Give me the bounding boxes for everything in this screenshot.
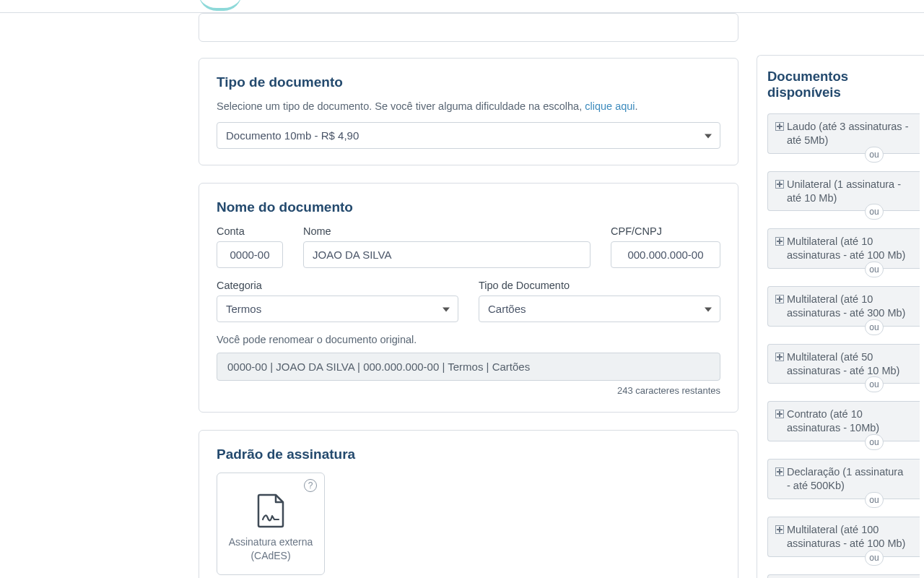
conta-label: Conta bbox=[217, 225, 283, 237]
doc-item-label: Multilateral (até 10 assinaturas - até 1… bbox=[787, 235, 912, 262]
doc-item[interactable]: Declaração (1 assinatura - até 500Kb)ou bbox=[767, 459, 920, 499]
doc-item-label: Multilateral (até 100 assinaturas - até … bbox=[787, 523, 912, 551]
tipo-documento-title: Tipo de documento bbox=[217, 74, 720, 90]
doc-item-label: Contrato (até 10 assinaturas - 10Mb) bbox=[787, 407, 912, 435]
ou-badge: ou bbox=[865, 492, 884, 508]
doc-item[interactable]: Laudo (até 3 assinaturas - até 5Mb)ou bbox=[767, 113, 920, 154]
padrao-assinatura-card: Padrão de assinatura ? Assinatura extern… bbox=[199, 430, 738, 578]
plus-icon bbox=[775, 237, 784, 246]
documentos-disponiveis-title: Documentos disponíveis bbox=[767, 69, 920, 100]
ou-badge: ou bbox=[865, 434, 884, 450]
padrao-assinatura-title: Padrão de assinatura bbox=[217, 447, 720, 462]
combined-name-input[interactable]: 0000-00 | JOAO DA SILVA | 000.000.000-00… bbox=[217, 353, 720, 381]
plus-icon bbox=[775, 180, 784, 189]
nome-label: Nome bbox=[303, 225, 590, 237]
tipo-documento-card: Tipo de documento Selecione um tipo de d… bbox=[199, 58, 738, 165]
conta-input[interactable] bbox=[217, 241, 283, 268]
doc-item-label: Laudo (até 3 assinaturas - até 5Mb) bbox=[787, 120, 912, 147]
ou-badge: ou bbox=[865, 550, 884, 566]
cpf-input[interactable] bbox=[611, 241, 720, 268]
plus-icon bbox=[775, 353, 784, 361]
doc-item[interactable]: Multilateral (até 50 assinaturas - até 1… bbox=[767, 344, 920, 384]
doc-item[interactable]: Multilateral (até 250 assinaturas - até … bbox=[767, 574, 920, 579]
doc-list: Laudo (até 3 assinaturas - até 5Mb)ouUni… bbox=[767, 113, 920, 578]
nome-documento-card: Nome do documento Conta Nome CPF/CNPJ Ca… bbox=[199, 183, 738, 413]
doc-item[interactable]: Unilateral (1 assinatura - até 10 Mb)ou bbox=[767, 171, 920, 212]
nome-input[interactable] bbox=[303, 241, 590, 268]
doc-item[interactable]: Contrato (até 10 assinaturas - 10Mb)ou bbox=[767, 401, 920, 441]
categoria-select[interactable]: Termos bbox=[217, 296, 458, 322]
doc-item[interactable]: Multilateral (até 10 assinaturas - até 3… bbox=[767, 286, 920, 327]
tipo-doc-select[interactable]: Cartões bbox=[479, 296, 720, 322]
rename-hint: Você pode renomear o documento original. bbox=[217, 334, 720, 345]
doc-item-label: Unilateral (1 assinatura - até 10 Mb) bbox=[787, 178, 912, 205]
doc-item[interactable]: Multilateral (até 10 assinaturas - até 1… bbox=[767, 228, 920, 269]
ou-badge: ou bbox=[865, 204, 884, 220]
ou-badge: ou bbox=[865, 262, 884, 277]
helper-link[interactable]: clique aqui bbox=[585, 100, 635, 112]
plus-icon bbox=[775, 525, 784, 534]
doc-item-label: Multilateral (até 50 assinaturas - até 1… bbox=[787, 350, 912, 378]
documentos-disponiveis-card: Documentos disponíveis Laudo (até 3 assi… bbox=[757, 55, 924, 578]
header-divider bbox=[0, 0, 924, 13]
doc-item[interactable]: Multilateral (até 100 assinaturas - até … bbox=[767, 517, 920, 557]
helper-prefix: Selecione um tipo de documento. Se você … bbox=[217, 100, 585, 112]
char-count: 243 caracteres restantes bbox=[217, 385, 720, 396]
plus-icon bbox=[775, 122, 784, 131]
document-signature-icon bbox=[256, 493, 286, 528]
categoria-label: Categoria bbox=[217, 280, 458, 291]
plus-icon bbox=[775, 295, 784, 303]
assinatura-externa-option[interactable]: ? Assinatura externa (CAdES) bbox=[217, 473, 325, 575]
helper-suffix: . bbox=[635, 100, 638, 112]
nome-documento-title: Nome do documento bbox=[217, 199, 720, 215]
cpf-label: CPF/CNPJ bbox=[611, 225, 720, 237]
plus-icon bbox=[775, 467, 784, 476]
plus-icon bbox=[775, 410, 784, 418]
help-icon[interactable]: ? bbox=[304, 479, 317, 492]
ou-badge: ou bbox=[865, 376, 884, 392]
collapsed-card bbox=[199, 13, 738, 42]
doc-item-label: Declaração (1 assinatura - até 500Kb) bbox=[787, 465, 912, 493]
assinatura-externa-label: Assinatura externa (CAdES) bbox=[223, 535, 318, 563]
ou-badge: ou bbox=[865, 147, 884, 163]
ou-badge: ou bbox=[865, 319, 884, 335]
tipo-documento-select[interactable]: Documento 10mb - R$ 4,90 bbox=[217, 122, 720, 149]
tipo-documento-helper: Selecione um tipo de documento. Se você … bbox=[217, 100, 720, 112]
logo-hint bbox=[199, 0, 242, 11]
doc-item-label: Multilateral (até 10 assinaturas - até 3… bbox=[787, 293, 912, 320]
tipo-doc-label: Tipo de Documento bbox=[479, 280, 720, 291]
